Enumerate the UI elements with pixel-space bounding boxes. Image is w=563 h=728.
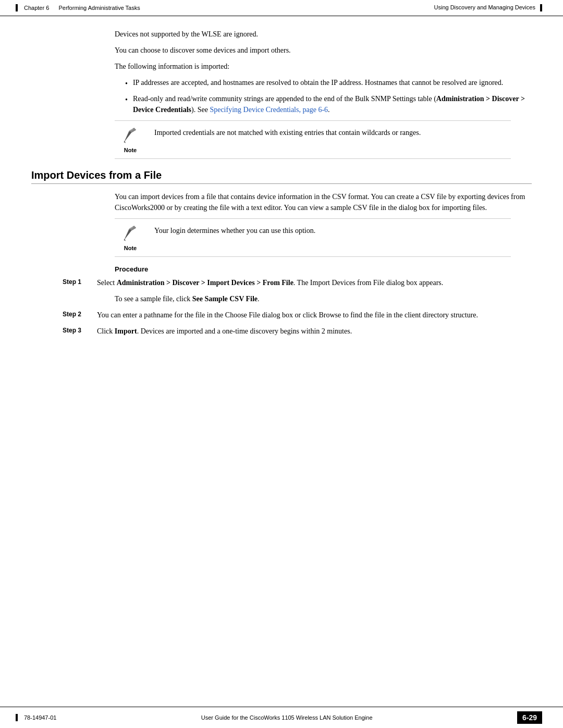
footer-center: User Guide for the CiscoWorks 1105 Wirel… bbox=[201, 714, 373, 721]
note-pencil-icon-2 bbox=[121, 224, 140, 243]
footer-page-number: 6-29 bbox=[517, 711, 542, 724]
header-right: Using Discovery and Managing Devices bbox=[434, 4, 543, 11]
bullet-dot-1: • bbox=[125, 78, 128, 89]
page: Chapter 6 Performing Administrative Task… bbox=[0, 0, 563, 728]
note-content-1: Imported credentials are not matched wit… bbox=[154, 126, 511, 153]
bullet-item-2: • Read-only and read/write community str… bbox=[125, 93, 532, 115]
footer-doc-number: 78-14947-01 bbox=[24, 714, 56, 721]
footer-left: 78-14947-01 bbox=[16, 714, 56, 721]
step-content-2: You can enter a pathname for the file in… bbox=[97, 310, 511, 320]
see-sample-csv-bold: See Sample CSV File bbox=[192, 295, 258, 303]
note-icon-area-2: Note bbox=[115, 224, 146, 251]
step3-bold-import: Import bbox=[115, 327, 137, 335]
credentials-link[interactable]: Specifying Device Credentials, page 6-6 bbox=[210, 106, 328, 114]
bullet-content-1: IP addresses are accepted, and hostnames… bbox=[133, 77, 532, 89]
note-pencil-icon-1 bbox=[121, 126, 140, 145]
page-header: Chapter 6 Performing Administrative Task… bbox=[0, 0, 563, 16]
step-row-2: Step 2 You can enter a pathname for the … bbox=[63, 310, 511, 320]
header-left: Chapter 6 Performing Administrative Task… bbox=[16, 4, 140, 11]
step-row-3: Step 3 Click Import. Devices are importe… bbox=[63, 326, 511, 337]
intro-para2: You can choose to discover some devices … bbox=[115, 45, 532, 56]
chapter-title: Performing Administrative Tasks bbox=[58, 5, 140, 11]
header-right-title: Using Discovery and Managing Devices bbox=[434, 4, 535, 10]
footer-left-bar bbox=[16, 714, 18, 721]
note-content-2: Your login determines whether you can us… bbox=[154, 224, 511, 251]
bold-admin-path: Administration > Discover > Device Crede… bbox=[133, 95, 525, 114]
note-box-2: Note Your login determines whether you c… bbox=[115, 218, 511, 257]
step-label-1: Step 1 bbox=[63, 277, 89, 288]
note-label-1: Note bbox=[124, 147, 137, 153]
section-intro-para: You can import devices from a file that … bbox=[115, 191, 532, 213]
header-right-bar bbox=[540, 4, 542, 11]
step-content-1: Select Administration > Discover > Impor… bbox=[97, 277, 511, 288]
chapter-label: Chapter 6 bbox=[24, 5, 49, 11]
bullet-item-1: • IP addresses are accepted, and hostnam… bbox=[125, 77, 532, 89]
step-row-1: Step 1 Select Administration > Discover … bbox=[63, 277, 511, 288]
step-label-3: Step 3 bbox=[63, 326, 89, 337]
procedure-label: Procedure bbox=[115, 265, 532, 273]
step1-bold-path: Administration > Discover > Import Devic… bbox=[117, 279, 293, 287]
step1-sub: To see a sample file, click See Sample C… bbox=[115, 293, 532, 304]
intro-para1: Devices not supported by the WLSE are ig… bbox=[115, 29, 532, 40]
header-left-bar bbox=[16, 4, 18, 11]
note-label-2: Note bbox=[124, 245, 137, 251]
bullet-content-2: Read-only and read/write community strin… bbox=[133, 93, 532, 115]
note-box-1: Note Imported credentials are not matche… bbox=[115, 120, 511, 159]
note-icon-area-1: Note bbox=[115, 126, 146, 153]
section-heading: Import Devices from a File bbox=[31, 169, 532, 184]
bullet-dot-2: • bbox=[125, 94, 128, 115]
step-content-3: Click Import. Devices are imported and a… bbox=[97, 326, 511, 337]
main-content: Devices not supported by the WLSE are ig… bbox=[0, 18, 563, 352]
bullet-list: • IP addresses are accepted, and hostnam… bbox=[125, 77, 532, 115]
step-label-2: Step 2 bbox=[63, 310, 89, 320]
intro-para3: The following information is imported: bbox=[115, 61, 532, 72]
page-footer: 78-14947-01 User Guide for the CiscoWork… bbox=[0, 707, 563, 728]
